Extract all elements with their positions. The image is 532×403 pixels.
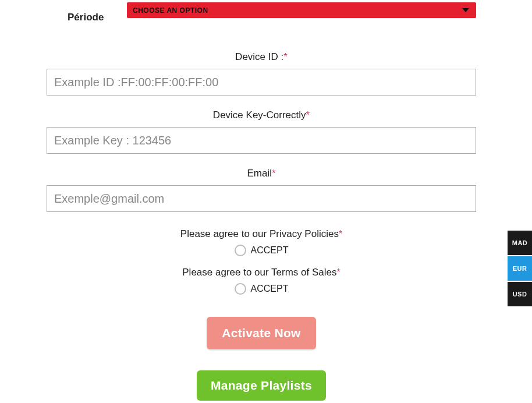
- privacy-accept-radio[interactable]: [235, 245, 246, 256]
- periode-label: Période: [68, 12, 104, 23]
- currency-mad[interactable]: MAD: [508, 231, 532, 255]
- device-key-label: Device Key-Correctly*: [47, 109, 476, 121]
- manage-playlists-button[interactable]: Manage Playlists: [197, 370, 326, 401]
- privacy-agreement-block: Please agree to our Privacy Policies* AC…: [47, 228, 476, 256]
- required-mark: *: [283, 51, 288, 62]
- periode-select[interactable]: CHOOSE AN OPTION: [127, 2, 476, 18]
- privacy-text: Please agree to our Privacy Policies: [180, 228, 339, 239]
- manage-row: Manage Playlists: [47, 349, 476, 401]
- privacy-agreement-text: Please agree to our Privacy Policies*: [47, 228, 476, 240]
- device-id-label-text: Device ID :: [235, 51, 283, 62]
- email-label-text: Email: [247, 168, 272, 179]
- currency-switcher: MAD EUR USD: [508, 231, 532, 307]
- terms-accept-row: ACCEPT: [47, 283, 476, 295]
- required-mark: *: [336, 267, 340, 277]
- device-id-label: Device ID :*: [47, 51, 476, 63]
- activate-row: Activate Now: [47, 305, 476, 349]
- device-key-label-text: Device Key-Correctly: [213, 109, 306, 121]
- device-id-input[interactable]: [47, 69, 476, 96]
- privacy-accept-label: ACCEPT: [251, 245, 289, 256]
- terms-accept-label: ACCEPT: [251, 284, 289, 294]
- activation-form: Device ID :* Device Key-Correctly* Email…: [47, 51, 476, 401]
- periode-select-text: CHOOSE AN OPTION: [133, 6, 208, 15]
- device-key-input[interactable]: [47, 127, 476, 154]
- terms-accept-radio[interactable]: [235, 283, 246, 295]
- chevron-down-icon: [462, 8, 469, 12]
- email-label: Email*: [47, 168, 476, 179]
- required-mark: *: [339, 229, 342, 239]
- required-mark: *: [272, 168, 276, 179]
- terms-agreement-block: Please agree to our Terms of Sales* ACCE…: [47, 267, 476, 295]
- terms-agreement-text: Please agree to our Terms of Sales*: [47, 267, 476, 278]
- currency-eur[interactable]: EUR: [508, 256, 532, 281]
- email-input[interactable]: [47, 185, 476, 212]
- activate-button[interactable]: Activate Now: [207, 317, 315, 349]
- terms-text: Please agree to our Terms of Sales: [182, 267, 336, 278]
- privacy-accept-row: ACCEPT: [47, 245, 476, 256]
- required-mark: *: [306, 109, 310, 121]
- currency-usd[interactable]: USD: [508, 282, 532, 306]
